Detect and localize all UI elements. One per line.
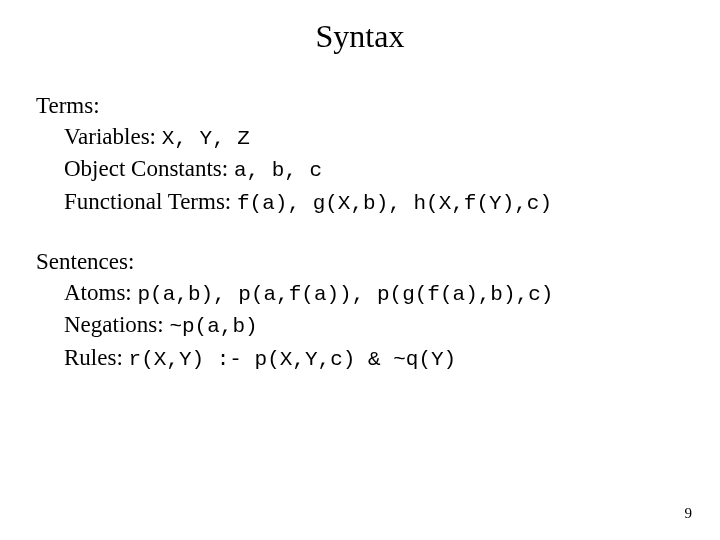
- sentences-rules: Rules: r(X,Y) :- p(X,Y,c) & ~q(Y): [64, 342, 684, 374]
- negations-label: Negations:: [64, 312, 169, 337]
- functional-label: Functional Terms:: [64, 189, 237, 214]
- slide-body: Terms: Variables: X, Y, Z Object Constan…: [36, 90, 684, 402]
- constants-code: a, b, c: [234, 159, 322, 182]
- terms-section: Terms: Variables: X, Y, Z Object Constan…: [36, 90, 684, 218]
- terms-header: Terms:: [36, 90, 684, 121]
- atoms-label: Atoms:: [64, 280, 137, 305]
- terms-constants: Object Constants: a, b, c: [64, 153, 684, 185]
- slide: Syntax Terms: Variables: X, Y, Z Object …: [0, 0, 720, 540]
- constants-label: Object Constants:: [64, 156, 234, 181]
- functional-code: f(a), g(X,b), h(X,f(Y),c): [237, 192, 552, 215]
- variables-label: Variables:: [64, 124, 162, 149]
- slide-title: Syntax: [0, 18, 720, 55]
- page-number: 9: [685, 505, 693, 522]
- atoms-code: p(a,b), p(a,f(a)), p(g(f(a),b),c): [137, 283, 553, 306]
- variables-code: X, Y, Z: [162, 127, 250, 150]
- sentences-section: Sentences: Atoms: p(a,b), p(a,f(a)), p(g…: [36, 246, 684, 374]
- sentences-negations: Negations: ~p(a,b): [64, 309, 684, 341]
- sentences-atoms: Atoms: p(a,b), p(a,f(a)), p(g(f(a),b),c): [64, 277, 684, 309]
- rules-label: Rules:: [64, 345, 129, 370]
- negations-code: ~p(a,b): [169, 315, 257, 338]
- sentences-header: Sentences:: [36, 246, 684, 277]
- rules-code: r(X,Y) :- p(X,Y,c) & ~q(Y): [129, 348, 457, 371]
- terms-variables: Variables: X, Y, Z: [64, 121, 684, 153]
- terms-functional: Functional Terms: f(a), g(X,b), h(X,f(Y)…: [64, 186, 684, 218]
